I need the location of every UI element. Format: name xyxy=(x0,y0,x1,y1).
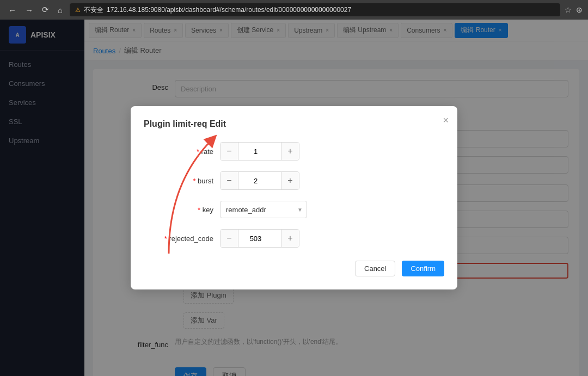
modal-footer: Cancel Confirm xyxy=(144,261,444,276)
modal-field-burst: burst − + xyxy=(144,171,444,190)
modal-field-rate: rate − + xyxy=(144,142,444,161)
burst-increment-button[interactable]: + xyxy=(281,172,299,189)
modal-overlay: Plugin limit-req Edit × rate − + burst −… xyxy=(0,20,588,376)
modal-field-key: key remote_addr server_addr http_x_real_… xyxy=(144,201,444,218)
modal-title: Plugin limit-req Edit xyxy=(144,119,444,129)
burst-label: burst xyxy=(144,177,220,185)
modal-field-rejected-code: rejected_code − + xyxy=(144,229,444,248)
browser-chrome: ← → ⟳ ⌂ ⚠ 不安全 172.16.48.185:9080/apisix/… xyxy=(0,0,588,20)
rejected-code-decrement-button[interactable]: − xyxy=(220,230,238,247)
home-btn[interactable]: ⌂ xyxy=(55,4,65,16)
browser-nav[interactable]: ← → ⟳ ⌂ xyxy=(5,4,65,16)
burst-input[interactable] xyxy=(238,172,281,189)
forward-btn[interactable]: → xyxy=(22,4,36,16)
burst-input-wrap: − + xyxy=(220,171,299,190)
rejected-code-increment-button[interactable]: + xyxy=(281,230,299,247)
modal-plugin-edit: Plugin limit-req Edit × rate − + burst −… xyxy=(131,106,457,289)
url-text: 172.16.48.185:9080/apisix/dashboard#/sch… xyxy=(107,6,351,14)
rejected-code-label: rejected_code xyxy=(144,235,220,243)
burst-decrement-button[interactable]: − xyxy=(220,172,238,189)
modal-cancel-button[interactable]: Cancel xyxy=(355,261,395,276)
rate-increment-button[interactable]: + xyxy=(281,143,299,160)
rate-input[interactable] xyxy=(238,143,281,160)
modal-close-button[interactable]: × xyxy=(443,115,449,126)
security-warning-text: 不安全 xyxy=(84,5,103,15)
back-btn[interactable]: ← xyxy=(5,4,19,16)
rejected-code-input[interactable] xyxy=(238,230,281,247)
url-bar[interactable]: ⚠ 不安全 172.16.48.185:9080/apisix/dashboar… xyxy=(70,3,560,16)
star-icon[interactable]: ☆ xyxy=(565,5,572,14)
rate-label: rate xyxy=(144,147,220,156)
rate-decrement-button[interactable]: − xyxy=(220,143,238,160)
extension-icon[interactable]: ⊕ xyxy=(576,5,583,14)
key-select[interactable]: remote_addr server_addr http_x_real_ip h… xyxy=(220,201,307,218)
rate-input-wrap: − + xyxy=(220,142,299,161)
reload-btn[interactable]: ⟳ xyxy=(39,4,52,16)
rejected-code-input-wrap: − + xyxy=(220,229,299,248)
key-label: key xyxy=(144,206,220,214)
key-select-wrap: remote_addr server_addr http_x_real_ip h… xyxy=(220,201,307,218)
security-warning-icon: ⚠ xyxy=(75,7,81,14)
modal-confirm-button[interactable]: Confirm xyxy=(402,261,444,276)
browser-actions: ☆ ⊕ xyxy=(565,5,583,14)
